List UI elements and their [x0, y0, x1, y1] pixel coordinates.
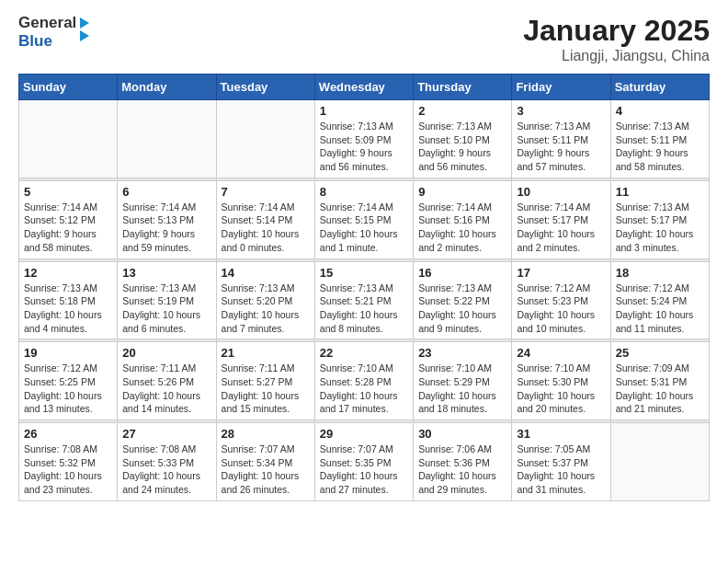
- day-info: Sunrise: 7:13 AMSunset: 5:20 PMDaylight:…: [222, 282, 310, 336]
- table-row: 29Sunrise: 7:07 AMSunset: 5:35 PMDayligh…: [314, 423, 413, 501]
- table-row: 31Sunrise: 7:05 AMSunset: 5:37 PMDayligh…: [512, 423, 610, 501]
- table-row: [118, 100, 216, 178]
- day-info: Sunrise: 7:14 AMSunset: 5:16 PMDaylight:…: [418, 201, 506, 255]
- day-number: 5: [24, 185, 112, 199]
- table-row: 9Sunrise: 7:14 AMSunset: 5:16 PMDaylight…: [414, 180, 512, 259]
- calendar-table: Sunday Monday Tuesday Wednesday Thursday…: [18, 74, 710, 501]
- table-row: 12Sunrise: 7:13 AMSunset: 5:18 PMDayligh…: [19, 261, 118, 339]
- table-row: 24Sunrise: 7:10 AMSunset: 5:30 PMDayligh…: [512, 342, 610, 420]
- table-row: 15Sunrise: 7:13 AMSunset: 5:21 PMDayligh…: [314, 261, 413, 339]
- table-row: 21Sunrise: 7:11 AMSunset: 5:27 PMDayligh…: [216, 342, 314, 420]
- col-thursday: Thursday: [414, 75, 512, 100]
- table-row: 10Sunrise: 7:14 AMSunset: 5:17 PMDayligh…: [512, 180, 610, 259]
- day-info: Sunrise: 7:07 AMSunset: 5:34 PMDaylight:…: [222, 442, 310, 497]
- table-row: 20Sunrise: 7:11 AMSunset: 5:26 PMDayligh…: [118, 342, 216, 420]
- day-number: 18: [616, 266, 704, 280]
- day-info: Sunrise: 7:12 AMSunset: 5:24 PMDaylight:…: [616, 282, 704, 336]
- col-tuesday: Tuesday: [216, 75, 314, 100]
- col-friday: Friday: [512, 75, 610, 100]
- day-number: 11: [616, 185, 704, 199]
- day-info: Sunrise: 7:14 AMSunset: 5:14 PMDaylight:…: [222, 201, 310, 255]
- day-info: Sunrise: 7:13 AMSunset: 5:21 PMDaylight:…: [320, 282, 408, 336]
- day-number: 26: [24, 427, 112, 441]
- day-info: Sunrise: 7:13 AMSunset: 5:19 PMDaylight:…: [122, 282, 210, 336]
- table-row: 11Sunrise: 7:13 AMSunset: 5:17 PMDayligh…: [610, 180, 709, 259]
- day-info: Sunrise: 7:12 AMSunset: 5:23 PMDaylight:…: [517, 282, 605, 336]
- calendar-week-row: 5Sunrise: 7:14 AMSunset: 5:12 PMDaylight…: [19, 180, 710, 259]
- day-number: 28: [222, 427, 310, 441]
- col-sunday: Sunday: [19, 75, 118, 100]
- table-row: 26Sunrise: 7:08 AMSunset: 5:32 PMDayligh…: [19, 423, 118, 501]
- day-number: 27: [122, 427, 210, 441]
- day-number: 9: [418, 185, 506, 199]
- table-row: 25Sunrise: 7:09 AMSunset: 5:31 PMDayligh…: [610, 342, 709, 420]
- table-row: 17Sunrise: 7:12 AMSunset: 5:23 PMDayligh…: [512, 261, 610, 339]
- day-number: 25: [616, 346, 704, 360]
- table-row: 16Sunrise: 7:13 AMSunset: 5:22 PMDayligh…: [414, 261, 512, 339]
- day-info: Sunrise: 7:10 AMSunset: 5:30 PMDaylight:…: [517, 362, 605, 416]
- day-number: 20: [122, 346, 210, 360]
- page-header: General Blue January 2025 Liangji, Jiang…: [18, 14, 710, 64]
- day-number: 7: [222, 185, 310, 199]
- day-info: Sunrise: 7:08 AMSunset: 5:33 PMDaylight:…: [122, 442, 210, 497]
- col-monday: Monday: [118, 75, 216, 100]
- day-info: Sunrise: 7:13 AMSunset: 5:17 PMDaylight:…: [616, 201, 704, 255]
- day-info: Sunrise: 7:14 AMSunset: 5:12 PMDaylight:…: [24, 201, 112, 255]
- table-row: 27Sunrise: 7:08 AMSunset: 5:33 PMDayligh…: [118, 423, 216, 501]
- day-number: 15: [320, 266, 408, 280]
- table-row: 4Sunrise: 7:13 AMSunset: 5:11 PMDaylight…: [610, 100, 709, 178]
- table-row: [610, 423, 709, 501]
- day-number: 2: [418, 104, 506, 118]
- day-number: 6: [122, 185, 210, 199]
- day-number: 10: [517, 185, 605, 199]
- day-number: 31: [517, 427, 605, 441]
- page-container: General Blue January 2025 Liangji, Jiang…: [0, 0, 728, 515]
- table-row: [216, 100, 314, 178]
- day-info: Sunrise: 7:13 AMSunset: 5:22 PMDaylight:…: [418, 282, 506, 336]
- day-number: 4: [616, 104, 704, 118]
- day-info: Sunrise: 7:06 AMSunset: 5:36 PMDaylight:…: [418, 442, 506, 497]
- calendar-subtitle: Liangji, Jiangsu, China: [523, 48, 710, 64]
- logo-text-blue: Blue: [18, 32, 52, 50]
- day-info: Sunrise: 7:08 AMSunset: 5:32 PMDaylight:…: [24, 442, 112, 497]
- day-number: 24: [517, 346, 605, 360]
- day-number: 29: [320, 427, 408, 441]
- day-info: Sunrise: 7:07 AMSunset: 5:35 PMDaylight:…: [320, 442, 408, 497]
- table-row: 13Sunrise: 7:13 AMSunset: 5:19 PMDayligh…: [118, 261, 216, 339]
- day-number: 22: [320, 346, 408, 360]
- calendar-week-row: 26Sunrise: 7:08 AMSunset: 5:32 PMDayligh…: [19, 423, 710, 501]
- table-row: 5Sunrise: 7:14 AMSunset: 5:12 PMDaylight…: [19, 180, 118, 259]
- day-number: 17: [517, 266, 605, 280]
- table-row: 18Sunrise: 7:12 AMSunset: 5:24 PMDayligh…: [610, 261, 709, 339]
- calendar-title: January 2025: [523, 14, 710, 48]
- table-row: 2Sunrise: 7:13 AMSunset: 5:10 PMDaylight…: [414, 100, 512, 178]
- logo-text-general: General: [18, 14, 76, 31]
- table-row: 23Sunrise: 7:10 AMSunset: 5:29 PMDayligh…: [414, 342, 512, 420]
- day-number: 19: [24, 346, 112, 360]
- table-row: 14Sunrise: 7:13 AMSunset: 5:20 PMDayligh…: [216, 261, 314, 339]
- col-wednesday: Wednesday: [314, 75, 413, 100]
- table-row: [19, 100, 118, 178]
- day-info: Sunrise: 7:13 AMSunset: 5:10 PMDaylight:…: [418, 120, 506, 174]
- calendar-week-row: 1Sunrise: 7:13 AMSunset: 5:09 PMDaylight…: [19, 100, 710, 178]
- day-info: Sunrise: 7:14 AMSunset: 5:15 PMDaylight:…: [320, 201, 408, 255]
- day-info: Sunrise: 7:13 AMSunset: 5:11 PMDaylight:…: [616, 120, 704, 174]
- day-info: Sunrise: 7:12 AMSunset: 5:25 PMDaylight:…: [24, 362, 112, 416]
- day-info: Sunrise: 7:09 AMSunset: 5:31 PMDaylight:…: [616, 362, 704, 416]
- table-row: 19Sunrise: 7:12 AMSunset: 5:25 PMDayligh…: [19, 342, 118, 420]
- day-number: 14: [222, 266, 310, 280]
- day-number: 8: [320, 185, 408, 199]
- day-info: Sunrise: 7:10 AMSunset: 5:28 PMDaylight:…: [320, 362, 408, 416]
- title-section: January 2025 Liangji, Jiangsu, China: [523, 14, 710, 64]
- day-info: Sunrise: 7:14 AMSunset: 5:17 PMDaylight:…: [517, 201, 605, 255]
- day-info: Sunrise: 7:14 AMSunset: 5:13 PMDaylight:…: [122, 201, 210, 255]
- day-number: 16: [418, 266, 506, 280]
- table-row: 6Sunrise: 7:14 AMSunset: 5:13 PMDaylight…: [118, 180, 216, 259]
- table-row: 28Sunrise: 7:07 AMSunset: 5:34 PMDayligh…: [216, 423, 314, 501]
- day-info: Sunrise: 7:10 AMSunset: 5:29 PMDaylight:…: [418, 362, 506, 416]
- day-info: Sunrise: 7:13 AMSunset: 5:11 PMDaylight:…: [517, 120, 605, 174]
- table-row: 30Sunrise: 7:06 AMSunset: 5:36 PMDayligh…: [414, 423, 512, 501]
- day-info: Sunrise: 7:11 AMSunset: 5:27 PMDaylight:…: [222, 362, 310, 416]
- day-number: 21: [222, 346, 310, 360]
- day-number: 12: [24, 266, 112, 280]
